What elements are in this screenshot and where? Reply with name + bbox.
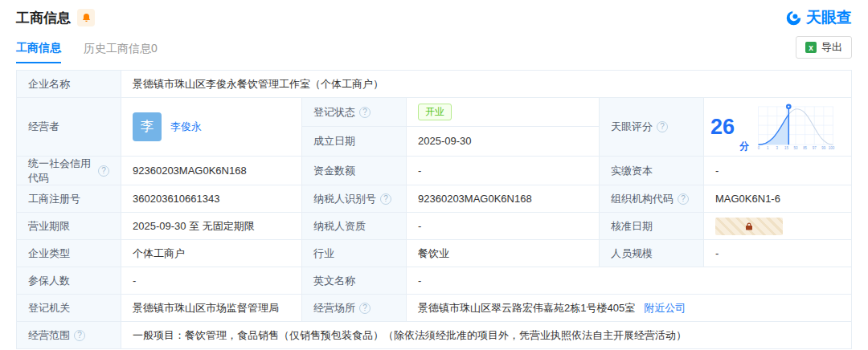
field-label-operator: 经营者 <box>17 98 121 157</box>
svg-text:15: 15 <box>784 146 788 150</box>
field-label-credit-code: 统一社会信用代码 ? <box>17 157 121 185</box>
field-value-staff-size: - <box>704 240 852 267</box>
tab-history-business-info[interactable]: 历史工商信息0 <box>84 34 158 63</box>
export-button[interactable]: x 导出 <box>796 36 852 59</box>
tianyancha-logo-text: 天眼查 <box>806 7 852 28</box>
field-value-reg-status: 开业 <box>407 98 599 127</box>
svg-text:97: 97 <box>813 146 817 150</box>
excel-icon: x <box>805 42 817 53</box>
field-label-staff-size: 人员规模 <box>600 240 704 267</box>
field-label-approval-date: 核准日期 <box>600 213 704 240</box>
tab-business-info[interactable]: 工商信息 <box>16 33 61 63</box>
field-label-company-type: 企业类型 <box>17 240 121 267</box>
svg-text:3: 3 <box>776 146 779 150</box>
field-value-org-code: MAG0K6N1-6 <box>704 185 852 213</box>
tianyancha-logo[interactable]: 天眼查 <box>785 7 852 28</box>
help-icon[interactable]: ? <box>98 165 109 177</box>
field-value-approval-date <box>704 213 852 240</box>
field-label-tianyan-score: 天眼评分 ? <box>600 98 704 157</box>
status-subtable: 登记状态 ? 开业 成立日期 2025-09-30 <box>302 98 600 157</box>
field-value-industry: 餐饮业 <box>407 240 600 267</box>
help-icon[interactable]: ? <box>657 121 668 132</box>
field-label-capital-amount: 资金数额 <box>302 157 407 185</box>
field-label-english-name: 英文名称 <box>302 267 407 295</box>
field-value-company-name: 景德镇市珠山区李俊永餐饮管理工作室（个体工商户） <box>121 71 852 98</box>
field-label-reg-status: 登记状态 ? <box>302 98 407 127</box>
field-value-taxpayer-id: 92360203MAG0K6N168 <box>407 185 600 213</box>
section-header: 工商信息 天眼查 <box>0 0 868 28</box>
status-badge: 开业 <box>418 104 452 120</box>
tianyan-score-cell: 26 分 0 1 3 15 <box>704 98 852 157</box>
score-value: 26 <box>710 116 735 138</box>
field-value-operator: 李 李俊永 <box>121 98 302 157</box>
field-value-capital-amount: - <box>407 157 600 185</box>
field-value-insured-count: - <box>121 267 302 295</box>
monitor-bell-icon[interactable] <box>77 9 95 26</box>
field-value-business-term: 2025-09-30 至 无固定期限 <box>121 213 302 240</box>
nearby-companies-link[interactable]: 附近公司 <box>644 301 686 315</box>
field-label-paid-capital: 实缴资本 <box>600 157 704 185</box>
page-title: 工商信息 <box>16 9 71 27</box>
field-label-industry: 行业 <box>302 240 407 267</box>
field-value-paid-capital: - <box>704 157 852 185</box>
field-value-taxpayer-qualification: - <box>407 213 600 240</box>
operator-name-link[interactable]: 李俊永 <box>170 120 202 134</box>
tab-bar: 工商信息 历史工商信息0 x 导出 <box>16 31 852 65</box>
business-info-table: 企业名称 景德镇市珠山区李俊永餐饮管理工作室（个体工商户） 经营者 李 李俊永 … <box>16 70 852 349</box>
export-button-label: 导出 <box>821 40 842 55</box>
field-label-taxpayer-id: 纳税人识别号 ? <box>302 185 407 213</box>
field-label-business-site: 经营场所 ? <box>302 295 407 322</box>
field-value-company-type: 个体工商户 <box>121 240 302 267</box>
field-label-taxpayer-qualification: 纳税人资质 <box>302 213 407 240</box>
field-label-business-term: 营业期限 <box>17 213 121 240</box>
svg-text:100: 100 <box>829 146 835 150</box>
svg-text:99: 99 <box>821 146 825 150</box>
field-value-credit-code: 92360203MAG0K6N168 <box>121 157 302 185</box>
operator-avatar[interactable]: 李 <box>133 112 162 141</box>
field-label-reg-number: 工商注册号 <box>17 185 121 213</box>
field-value-english-name: - <box>407 267 852 295</box>
tianyancha-logo-icon <box>785 10 802 26</box>
score-unit: 分 <box>739 140 749 153</box>
field-label-reg-authority: 登记机关 <box>17 295 121 322</box>
score-distribution-chart: 0 1 3 15 50 85 97 99 100 <box>755 103 836 151</box>
help-icon[interactable]: ? <box>380 193 391 205</box>
field-value-business-scope: 一般项目：餐饮管理，食品销售（仅销售预包装食品）（除依法须经批准的项目外，凭营业… <box>121 322 852 349</box>
help-icon[interactable]: ? <box>678 193 689 205</box>
field-label-company-name: 企业名称 <box>17 71 121 98</box>
field-label-establish-date: 成立日期 <box>302 127 407 156</box>
field-value-reg-authority: 景德镇市珠山区市场监督管理局 <box>121 295 302 322</box>
field-label-business-scope: 经营范围 ? <box>17 322 121 349</box>
svg-text:1: 1 <box>767 146 769 150</box>
svg-text:0: 0 <box>758 146 760 150</box>
field-label-insured-count: 参保人数 <box>17 267 121 295</box>
help-icon[interactable]: ? <box>74 330 85 341</box>
lock-icon <box>744 222 754 231</box>
field-label-org-code: 组织机构代码 ? <box>600 185 704 213</box>
locked-value[interactable] <box>715 218 783 235</box>
svg-text:85: 85 <box>803 146 807 150</box>
field-value-establish-date: 2025-09-30 <box>407 127 599 156</box>
field-value-reg-number: 360203610661343 <box>121 185 302 213</box>
help-icon[interactable]: ? <box>359 303 371 314</box>
svg-text:50: 50 <box>794 146 798 150</box>
help-icon[interactable]: ? <box>359 107 371 118</box>
field-value-business-site: 景德镇市珠山区翠云路宏伟嘉苑2栋1号楼405室 附近公司 <box>407 295 852 322</box>
